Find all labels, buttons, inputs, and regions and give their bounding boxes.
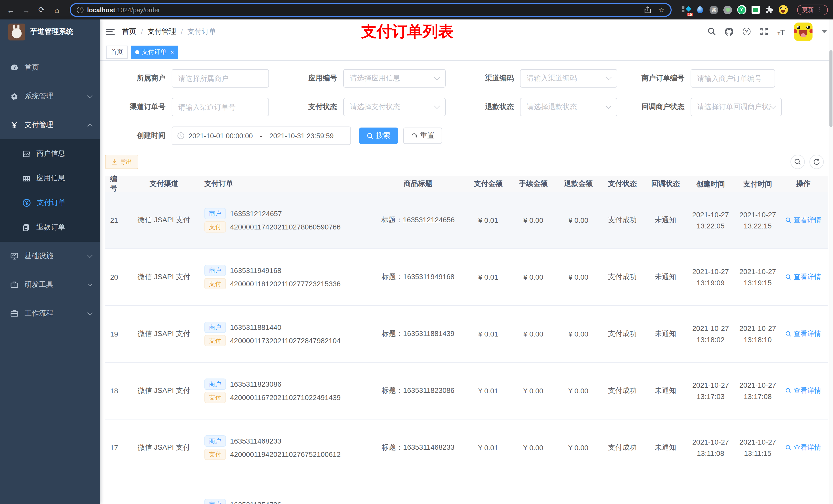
pay-order-no: 4200001181202110277723215336 xyxy=(230,280,341,288)
filter-row-3: 创建时间 2021-10-01 00:00:00 - 2021-10-31 23… xyxy=(105,126,828,145)
close-icon[interactable]: × xyxy=(171,49,174,55)
window-scrollbar[interactable] xyxy=(829,20,833,504)
back-icon[interactable]: ← xyxy=(5,5,16,14)
sidebar-item-label: 退款订单 xyxy=(37,223,65,232)
help-icon[interactable]: ? xyxy=(742,27,751,36)
filter-notify-status: 回调商户状态 请选择订单回调商户状态 xyxy=(624,98,782,116)
extension-y-icon[interactable]: Y xyxy=(737,5,746,14)
col-pay-time: 支付时间 xyxy=(734,178,781,190)
view-detail-link[interactable]: 查看详情 xyxy=(785,272,821,282)
sidebar-item-workflow[interactable]: 工作流程 xyxy=(0,299,100,328)
refresh-table-button[interactable] xyxy=(809,155,824,169)
table-toolbar: 导出 xyxy=(105,155,828,169)
header-search-icon[interactable] xyxy=(707,27,716,36)
cell-create-time: 2021-10-27 13:22:05 xyxy=(687,209,734,232)
cell-notify-status: 未通知 xyxy=(644,216,687,225)
extension-record-icon[interactable] xyxy=(723,5,732,14)
bookmark-star-icon[interactable]: ☆ xyxy=(658,6,664,14)
font-size-icon[interactable]: TT xyxy=(777,27,786,36)
chevron-down-icon xyxy=(606,103,612,109)
search-button[interactable]: 搜索 xyxy=(359,127,398,144)
sidebar-toggle-icon[interactable] xyxy=(106,27,115,36)
extension-chat-icon[interactable] xyxy=(751,5,760,14)
col-fee: 手续金额 xyxy=(511,179,556,189)
sidebar-item-pay-order[interactable]: 支付订单 xyxy=(0,191,100,215)
reset-button[interactable]: 重置 xyxy=(403,127,442,144)
cell-notify-status: 未通知 xyxy=(644,329,687,339)
date-range-picker[interactable]: 2021-10-01 00:00:00 - 2021-10-31 23:59:5… xyxy=(172,126,351,145)
sidebar-item-system[interactable]: 系统管理 xyxy=(0,82,100,111)
toolbox-icon xyxy=(10,281,19,289)
app-logo[interactable]: 芋道管理系统 xyxy=(0,20,100,44)
extensions-puzzle-icon[interactable] xyxy=(765,5,774,14)
view-detail-link[interactable]: 查看详情 xyxy=(785,216,821,225)
github-icon[interactable] xyxy=(724,27,734,36)
browser-menu-icon[interactable]: ⋮ xyxy=(817,6,823,13)
merchant-tag: 商户 xyxy=(205,435,226,447)
refund-status-select[interactable]: 请选择退款状态 xyxy=(520,98,617,116)
view-detail-link[interactable]: 查看详情 xyxy=(785,386,821,395)
cell-pay-status: 支付成功 xyxy=(601,272,644,282)
view-detail-link[interactable]: 查看详情 xyxy=(785,329,821,339)
app-select[interactable]: 请选择应用信息 xyxy=(343,69,446,88)
extensions-cluster: 10 ⌘ Y xyxy=(682,5,788,14)
merchant-order-no: 1635311823086 xyxy=(230,380,281,388)
app-title: 芋道管理系统 xyxy=(30,27,73,37)
cell-id: 20 xyxy=(105,273,126,281)
tags-view-bar: 首页 支付订单 × xyxy=(100,44,833,61)
cell-pay-status: 支付成功 xyxy=(601,329,644,339)
sidebar-item-home[interactable]: 首页 xyxy=(0,53,100,82)
col-refund: 退款金额 xyxy=(556,179,601,189)
pay-status-select[interactable]: 请选择支付状态 xyxy=(343,98,446,116)
scrollbar-thumb[interactable] xyxy=(829,50,832,127)
avatar[interactable] xyxy=(794,22,812,41)
url-text: localhost:1024/pay/order xyxy=(87,5,160,14)
breadcrumb-home[interactable]: 首页 xyxy=(122,27,136,36)
toggle-search-button[interactable] xyxy=(790,155,805,169)
merchant-order-no-input[interactable] xyxy=(691,69,775,88)
field-label: 商户订单编号 xyxy=(624,74,691,83)
search-icon xyxy=(794,158,801,165)
notify-status-select[interactable]: 请选择订单回调商户状态 xyxy=(691,98,782,116)
site-info-icon[interactable]: i xyxy=(77,6,84,13)
channel-order-no-input[interactable] xyxy=(172,98,269,116)
cell-action: 查看详情 xyxy=(781,329,825,339)
extension-badge: 10 xyxy=(687,13,693,16)
search-icon xyxy=(785,274,791,280)
sidebar-item-payment[interactable]: 支付管理 xyxy=(0,111,100,139)
sidebar-item-app-info[interactable]: 应用信息 xyxy=(0,166,100,191)
browser-toolbar: ← → ⟳ ⌂ i localhost:1024/pay/order ☆ 10 … xyxy=(0,0,833,20)
pay-tag: 支付 xyxy=(205,392,226,403)
sidebar-item-label: 支付管理 xyxy=(25,120,82,129)
field-label: 创建时间 xyxy=(105,131,172,140)
cell-action: 查看详情 xyxy=(781,386,825,395)
breadcrumb-payment[interactable]: 支付管理 xyxy=(147,27,176,36)
user-menu-caret-icon[interactable] xyxy=(822,30,827,33)
cell-fee: ¥ 0.00 xyxy=(511,273,556,281)
fullscreen-icon[interactable] xyxy=(759,27,768,36)
reload-icon[interactable]: ⟳ xyxy=(36,5,47,14)
forward-icon[interactable]: → xyxy=(21,5,32,14)
view-detail-link[interactable]: 查看详情 xyxy=(785,443,821,452)
col-pay-status: 支付状态 xyxy=(601,179,644,189)
browser-update-button[interactable]: 更新 ⋮ xyxy=(797,4,828,15)
date-start: 2021-10-01 00:00:00 xyxy=(189,132,253,140)
sidebar-item-merchant-info[interactable]: 商户信息 xyxy=(0,141,100,166)
extension-tabs-icon[interactable]: 10 xyxy=(682,5,691,14)
extension-balloon-icon[interactable] xyxy=(695,5,705,14)
sidebar-item-refund-order[interactable]: 退款订单 xyxy=(0,215,100,240)
sidebar-item-dev-tools[interactable]: 研发工具 xyxy=(0,270,100,299)
address-bar[interactable]: i localhost:1024/pay/order ☆ xyxy=(70,3,671,17)
page-title: 支付订单列表 xyxy=(361,21,453,42)
home-icon[interactable]: ⌂ xyxy=(51,5,63,14)
extension-emoji-icon[interactable] xyxy=(779,5,788,14)
export-button[interactable]: 导出 xyxy=(105,155,138,169)
tag-pay-order[interactable]: 支付订单 × xyxy=(130,45,178,58)
channel-code-select[interactable]: 请输入渠道编码 xyxy=(520,69,617,88)
sidebar-item-infrastructure[interactable]: 基础设施 xyxy=(0,242,100,270)
extension-command-icon[interactable]: ⌘ xyxy=(709,5,718,14)
tag-home[interactable]: 首页 xyxy=(106,45,127,58)
cell-fee: ¥ 0.00 xyxy=(511,387,556,395)
share-icon[interactable] xyxy=(644,6,651,13)
merchant-input[interactable] xyxy=(172,69,269,88)
